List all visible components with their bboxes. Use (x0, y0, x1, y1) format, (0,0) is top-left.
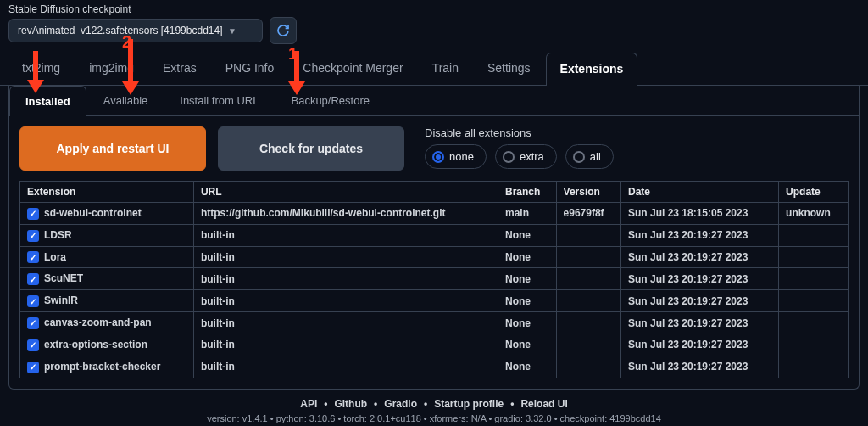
extensions-table: ExtensionURLBranchVersionDateUpdate ✓sd-… (19, 181, 849, 378)
cell-version (556, 334, 620, 356)
radio-label: extra (520, 150, 544, 163)
table-row: ✓LDSRbuilt-inNoneSun Jul 23 20:19:27 202… (20, 224, 849, 246)
cell-date: Sun Jul 23 20:19:27 2023 (620, 334, 778, 356)
footer-link-api[interactable]: API (300, 398, 317, 410)
main-tabs: txt2imgimg2imgExtrasPNG InfoCheckpoint M… (0, 53, 868, 86)
apply-restart-button[interactable]: Apply and restart UI (19, 126, 206, 171)
radio-extra[interactable]: extra (495, 144, 557, 169)
extension-checkbox[interactable]: ✓ (27, 273, 39, 285)
cell-version (556, 246, 620, 268)
footer-link-reload-ui[interactable]: Reload UI (520, 398, 567, 410)
radio-none[interactable]: none (425, 144, 487, 169)
cell-update: unknown (779, 203, 849, 225)
cell-branch: None (498, 268, 557, 290)
tab-checkpoint-merger[interactable]: Checkpoint Merger (289, 53, 416, 85)
cell-url: built-in (193, 312, 498, 334)
footer-link-gradio[interactable]: Gradio (384, 398, 417, 410)
extension-name: prompt-bracket-checker (44, 361, 160, 373)
tab-txt2img[interactable]: txt2img (8, 53, 74, 85)
extension-checkbox[interactable]: ✓ (27, 251, 39, 263)
extension-checkbox[interactable]: ✓ (27, 208, 39, 220)
tab-extensions[interactable]: Extensions (546, 53, 638, 86)
radio-all[interactable]: all (565, 144, 614, 169)
extension-checkbox[interactable]: ✓ (27, 339, 39, 351)
col-extension: Extension (20, 182, 194, 203)
cell-date: Sun Jul 23 20:19:27 2023 (620, 312, 778, 334)
cell-update (779, 334, 849, 356)
refresh-icon (276, 24, 290, 37)
cell-update (779, 246, 849, 268)
checkpoint-select[interactable]: revAnimated_v122.safetensors [4199bcdd14… (8, 19, 263, 42)
table-row: ✓extra-options-sectionbuilt-inNoneSun Ju… (20, 334, 849, 356)
sub-tabs: InstalledAvailableInstall from URLBackup… (9, 86, 859, 116)
cell-version (556, 224, 620, 246)
subtab-installed[interactable]: Installed (9, 86, 86, 116)
radio-label: none (449, 150, 474, 163)
extension-checkbox[interactable]: ✓ (27, 230, 39, 242)
cell-url: built-in (193, 290, 498, 312)
extension-name: SwinIR (44, 294, 78, 306)
table-row: ✓prompt-bracket-checkerbuilt-inNoneSun J… (20, 356, 849, 378)
disable-radio-group: noneextraall (425, 144, 614, 169)
col-version: Version (556, 182, 620, 203)
extension-name: LDSR (44, 229, 72, 241)
tab-extras[interactable]: Extras (149, 53, 210, 85)
extension-checkbox[interactable]: ✓ (27, 295, 39, 307)
checkpoint-label: Stable Diffusion checkpoint (8, 3, 860, 15)
cell-update (779, 224, 849, 246)
extension-name: canvas-zoom-and-pan (44, 317, 152, 328)
table-row: ✓sd-webui-controlnethttps://github.com/M… (20, 203, 849, 225)
cell-version (556, 356, 620, 378)
radio-dot-icon (573, 151, 585, 163)
cell-version: e9679f8f (556, 203, 620, 225)
subtab-install-from-url[interactable]: Install from URL (164, 86, 274, 115)
refresh-button[interactable] (270, 17, 297, 44)
tab-settings[interactable]: Settings (474, 53, 544, 85)
tab-png-info[interactable]: PNG Info (212, 53, 288, 85)
cell-date: Sun Jul 23 20:19:27 2023 (620, 224, 778, 246)
cell-update (779, 290, 849, 312)
extension-checkbox[interactable]: ✓ (27, 317, 39, 329)
footer: API•Github•Gradio•Startup profile•Reload… (0, 390, 868, 426)
extension-name: Lora (44, 251, 66, 263)
cell-branch: None (498, 224, 557, 246)
table-row: ✓Lorabuilt-inNoneSun Jul 23 20:19:27 202… (20, 246, 849, 268)
cell-date: Sun Jul 23 20:19:27 2023 (620, 246, 778, 268)
cell-url: built-in (193, 268, 498, 290)
tab-img2img[interactable]: img2img (75, 53, 147, 85)
extension-name: sd-webui-controlnet (44, 207, 142, 219)
table-row: ✓SwinIRbuilt-inNoneSun Jul 23 20:19:27 2… (20, 290, 849, 312)
cell-version (556, 290, 620, 312)
footer-meta: version: v1.4.1 • python: 3.10.6 • torch… (0, 413, 868, 423)
cell-url: https://github.com/Mikubill/sd-webui-con… (193, 203, 498, 225)
radio-dot-icon (503, 151, 515, 163)
cell-date: Sun Jul 23 20:19:27 2023 (620, 268, 778, 290)
subtab-backup-restore[interactable]: Backup/Restore (275, 86, 385, 115)
cell-date: Sun Jul 23 18:15:05 2023 (620, 203, 778, 225)
extension-checkbox[interactable]: ✓ (27, 362, 39, 373)
checkpoint-value: revAnimated_v122.safetensors [4199bcdd14… (18, 25, 223, 36)
check-updates-button[interactable]: Check for updates (218, 126, 404, 171)
disable-extensions-label: Disable all extensions (425, 126, 614, 139)
table-row: ✓canvas-zoom-and-panbuilt-inNoneSun Jul … (20, 312, 849, 334)
col-update: Update (779, 182, 849, 203)
subtab-available[interactable]: Available (88, 86, 164, 115)
cell-url: built-in (193, 246, 498, 268)
col-url: URL (193, 182, 498, 203)
cell-branch: None (498, 246, 557, 268)
footer-link-startup-profile[interactable]: Startup profile (434, 398, 504, 410)
radio-dot-icon (432, 151, 444, 163)
cell-branch: None (498, 312, 557, 334)
caret-down-icon: ▼ (228, 26, 236, 36)
extension-name: extra-options-section (44, 339, 147, 350)
cell-date: Sun Jul 23 20:19:27 2023 (620, 290, 778, 312)
cell-branch: None (498, 356, 557, 378)
footer-link-github[interactable]: Github (334, 398, 367, 410)
cell-url: built-in (193, 334, 498, 356)
radio-label: all (590, 150, 601, 163)
tab-train[interactable]: Train (419, 53, 472, 85)
cell-branch: main (498, 203, 557, 225)
col-date: Date (620, 182, 778, 203)
col-branch: Branch (498, 182, 557, 203)
cell-update (779, 356, 849, 378)
